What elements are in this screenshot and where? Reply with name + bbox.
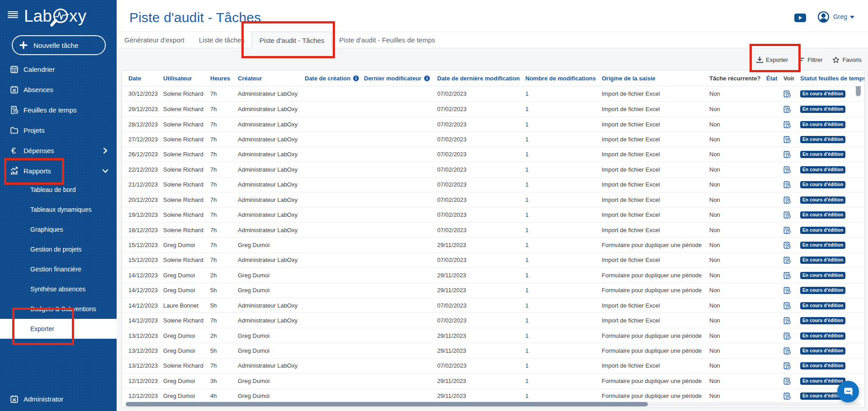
cell-hours: 7h: [210, 117, 217, 131]
column-header-hours[interactable]: Heures: [210, 70, 230, 86]
hamburger-menu-icon[interactable]: [8, 11, 18, 18]
calendar-x-icon: [10, 85, 19, 94]
status-badge: En cours d'édition: [800, 378, 845, 385]
sidebar-subitem-exporter[interactable]: Exporter: [0, 319, 117, 339]
column-header-modifications[interactable]: Nombre de modifications: [525, 70, 596, 86]
sidebar-subitem-synthese-absences[interactable]: Synthèse absences: [0, 279, 117, 299]
column-header-creation_date[interactable]: Date de création: [305, 70, 359, 86]
view-button[interactable]: [783, 166, 791, 173]
view-button[interactable]: [783, 378, 791, 385]
cell-creator: Greg Dumoi: [238, 238, 269, 252]
favorites-button[interactable]: Favoris: [832, 56, 862, 63]
column-header-status[interactable]: Statut feuilles de temps: [800, 70, 865, 86]
sidebar-subitem-gestion-financiere[interactable]: Gestion financière: [0, 259, 117, 279]
view-button[interactable]: [783, 272, 791, 279]
info-icon[interactable]: [353, 75, 359, 81]
cell-recurring: Non: [709, 192, 720, 207]
sidebar-subitem-gestion-de-projets[interactable]: Gestion de projets: [0, 239, 117, 259]
cell-user: Greg Dumoi: [163, 343, 195, 358]
view-button[interactable]: [783, 347, 791, 355]
status-badge: En cours d'édition: [800, 196, 845, 204]
sidebar-subitem-budgets-subventions[interactable]: Budgets & Subventions: [0, 299, 117, 319]
sidebar-item-rapports[interactable]: Rapports: [0, 161, 117, 181]
status-badge: En cours d'édition: [800, 121, 845, 128]
sidebar-subitem-tableau-de-bord[interactable]: Tableau de bord: [0, 180, 117, 200]
view-button[interactable]: [783, 151, 791, 158]
view-button[interactable]: [783, 242, 791, 249]
cell-recurring: Non: [709, 389, 720, 403]
view-button[interactable]: [783, 181, 791, 188]
info-icon[interactable]: [424, 75, 430, 81]
video-tutorial-icon[interactable]: [794, 14, 806, 22]
view-button[interactable]: [783, 302, 791, 309]
sidebar-subitem-graphiques[interactable]: Graphiques: [0, 220, 117, 239]
view-button[interactable]: [783, 362, 791, 369]
status-badge: En cours d'édition: [800, 347, 845, 355]
sidebar-item-calendrier[interactable]: Calendrier: [0, 59, 117, 79]
view-button[interactable]: [783, 136, 791, 143]
sidebar-item-projets[interactable]: Projets: [0, 120, 117, 140]
sidebar-item-label: Administrator: [24, 395, 63, 403]
sidebar-item-administrator[interactable]: Administrator: [0, 388, 117, 409]
new-task-button[interactable]: Nouvelle tâche: [12, 35, 106, 55]
cell-creator: Greg Dumoi: [238, 389, 269, 403]
view-button[interactable]: [783, 227, 791, 234]
tab-bar: Générateur d'exportListe de tâchesPiste …: [117, 32, 868, 48]
user-menu[interactable]: Greg: [833, 13, 854, 20]
cell-hours: 7h: [210, 102, 217, 116]
view-button[interactable]: [783, 287, 791, 294]
cell-last_modification: 29/11/2023: [437, 389, 466, 403]
column-header-last_modifier[interactable]: Dernier modificateur: [364, 70, 430, 86]
cell-last_modification: 07/02/2023: [437, 253, 467, 267]
sidebar-subitem-tableaux-dynamiques[interactable]: Tableaux dynamiques: [0, 200, 117, 220]
view-button[interactable]: [783, 106, 791, 113]
column-header-label: Utilisateur: [163, 75, 192, 82]
sidebar-item-label: Absences: [24, 86, 53, 93]
filter-button[interactable]: Filtrer: [798, 56, 822, 63]
cell-user: Solene Richard: [163, 313, 203, 327]
view-button[interactable]: [783, 317, 791, 324]
view-history-icon: [783, 242, 791, 249]
column-header-last_modification[interactable]: Date de dernière modification: [437, 70, 520, 86]
cell-creator: Administrateur LabOxy: [238, 253, 297, 267]
cell-last_modification: 29/11/2023: [437, 283, 466, 298]
sidebar-item-feuilles-de-temps[interactable]: Feuilles de temps: [0, 100, 117, 120]
view-history-icon: [783, 257, 791, 264]
cell-modifications: 1: [525, 359, 528, 373]
content-panel: Exporter Filtrer Favoris Date: [117, 49, 868, 411]
tab-liste-de-taches[interactable]: Liste de tâches: [192, 32, 252, 48]
tab-label: Liste de tâches: [199, 36, 245, 44]
column-header-user[interactable]: Utilisateur: [163, 70, 192, 86]
cell-date: 22/12/2023: [128, 162, 158, 177]
intercom-chat-button[interactable]: [837, 381, 859, 402]
logo-text-xy: xy: [69, 7, 87, 25]
sidebar-item-depenses[interactable]: €Dépenses: [0, 140, 117, 161]
cell-date: 14/12/2023: [128, 313, 158, 327]
column-header-creator[interactable]: Créateur: [238, 70, 262, 86]
horizontal-scrollbar-thumb[interactable]: [126, 402, 648, 406]
view-button[interactable]: [783, 257, 791, 264]
column-header-state[interactable]: État: [766, 70, 778, 86]
cell-date: 15/12/2023: [128, 238, 158, 252]
view-button[interactable]: [783, 211, 791, 219]
view-history-icon: [783, 211, 791, 219]
column-header-origin[interactable]: Origine de la saisie: [602, 70, 656, 86]
column-header-date[interactable]: Date: [128, 70, 141, 86]
view-button[interactable]: [783, 90, 791, 98]
cell-date: 20/12/2023: [128, 192, 158, 207]
tab-piste-d-audit-taches[interactable]: Piste d'audit - Tâches: [252, 32, 332, 48]
table-row: 28/12/2023Solene Richard7hAdministrateur…: [122, 117, 864, 131]
view-button[interactable]: [783, 392, 791, 400]
view-button[interactable]: [783, 196, 791, 204]
user-avatar-icon[interactable]: [817, 11, 830, 23]
export-button[interactable]: Exporter: [756, 56, 788, 63]
view-button[interactable]: [783, 332, 791, 340]
tab-piste-d-audit-feuilles-de-temps[interactable]: Piste d'audit - Feuilles de temps: [332, 32, 442, 48]
table-row: 26/12/2023Solene Richard7hAdministrateur…: [122, 147, 864, 162]
tab-generateur-d-export[interactable]: Générateur d'export: [117, 32, 192, 48]
status-badge: En cours d'édition: [800, 287, 845, 294]
view-button[interactable]: [783, 121, 791, 128]
sidebar-item-absences[interactable]: Absences: [0, 79, 117, 100]
cell-modifications: 1: [525, 374, 528, 388]
cell-last_modification: 29/11/2023: [437, 268, 466, 282]
